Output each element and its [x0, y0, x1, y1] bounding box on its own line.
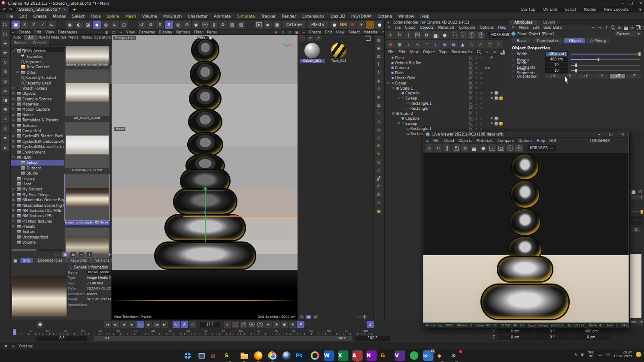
live-viewer-menu-item[interactable]: Materials [477, 139, 493, 143]
onenote-app[interactable]: N [367, 350, 377, 361]
menu-item[interactable]: File [3, 14, 16, 18]
select-tool[interactable] [1, 30, 9, 38]
excel-app[interactable]: X [338, 350, 349, 361]
keyframe-button[interactable] [36, 321, 43, 328]
cut-dropdown[interactable]: ▾ [631, 195, 643, 199]
rotate-tool[interactable] [1, 58, 9, 66]
orientation-button[interactable]: -Z [626, 74, 641, 78]
photos-app[interactable]: ▨ [211, 350, 221, 361]
cut-slider[interactable] [631, 211, 643, 212]
material-ball-button[interactable] [330, 21, 338, 29]
gear2-button[interactable] [219, 21, 227, 29]
clock-icon[interactable]: ◷ [288, 30, 291, 34]
rotation-toggle[interactable] [281, 321, 288, 328]
attribute-menu-icon[interactable] [611, 25, 615, 30]
focus-picker-button[interactable] [468, 31, 476, 39]
expander-icon[interactable]: ⊞ [12, 134, 15, 138]
material-menu-item[interactable]: Select [349, 30, 360, 34]
browser-tree-item[interactable]: ⊞ PR Misc Textures [11, 219, 64, 224]
polygons-mode-button[interactable] [84, 21, 92, 29]
phong-tag-icon[interactable]: ⚑ [489, 117, 494, 121]
axis-x-button[interactable] [21, 21, 29, 29]
browser-tree-item[interactable]: Recently Created [11, 75, 64, 80]
edit-toggle-icon[interactable]: ✎ [469, 56, 473, 60]
browser-tree-item[interactable]: ⊞ Nodes [11, 112, 64, 118]
menu-item[interactable]: INSYDIUM [348, 14, 374, 18]
material-item[interactable]: Cobalt_001 [300, 43, 325, 63]
clay-mode-button[interactable] [440, 31, 449, 39]
hamburger-icon[interactable]: ≡ [512, 25, 515, 30]
slider-handle[interactable] [575, 63, 577, 67]
live-viewer-menu-item[interactable]: GUI [549, 139, 556, 143]
file-item[interactable]: autoshop_01_8k.hdr [65, 122, 109, 173]
key-dot-icon[interactable]: ○ [512, 58, 515, 61]
octane-strip-icon[interactable] [375, 36, 383, 43]
octane-strip-icon[interactable] [375, 199, 383, 206]
add-region-button[interactable] [450, 31, 458, 39]
add-tool[interactable] [1, 39, 9, 48]
property-slider[interactable] [571, 59, 640, 60]
document-tab[interactable]: Stretch_Tutorial.c4d * × [16, 7, 69, 12]
expander-icon[interactable]: ⊞ [12, 108, 15, 111]
workplane-button[interactable] [48, 21, 56, 29]
pause-render-button[interactable] [404, 31, 413, 39]
range-start-field[interactable]: 0 F [36, 336, 87, 341]
minimize-button[interactable]: – [622, 1, 624, 6]
octane-logo-icon[interactable] [425, 144, 433, 152]
render-settings-button[interactable] [273, 21, 281, 29]
info-tab[interactable]: Keywords [67, 258, 90, 263]
section-header[interactable]: Object Properties [509, 44, 644, 51]
hamburger-icon[interactable]: ≡ [119, 30, 122, 34]
octane-strip-icon[interactable] [375, 126, 383, 133]
scene-object-row[interactable]: ⊞ ∗ Cloner ✎ : ✓ ⊕⊘ ⚑ [385, 81, 509, 86]
expander-icon[interactable]: ⊟ [12, 49, 15, 53]
expander-icon[interactable]: ⊞ [12, 124, 15, 127]
collapse-icon[interactable]: ⌄ [69, 265, 72, 269]
browser-tree-item[interactable]: ⊞ Presets [11, 224, 64, 229]
edit-toggle-icon[interactable]: ✎ [469, 76, 473, 80]
browser-tab[interactable]: Nodes [80, 35, 94, 40]
expander-icon[interactable]: ⊞ [12, 145, 15, 148]
popout-icon[interactable] [500, 50, 505, 54]
scene-ring-1[interactable] [191, 36, 219, 63]
property-slider[interactable] [571, 70, 640, 71]
phong-tag-icon[interactable]: ⚑ [489, 97, 494, 100]
octane-menu-item[interactable]: Compare [459, 25, 476, 30]
filter-icon[interactable] [492, 50, 497, 54]
octane-strip-icon[interactable] [375, 44, 383, 51]
grid-view-button[interactable] [306, 315, 311, 319]
octane-strip-icon[interactable] [375, 191, 383, 198]
enable-dots-icon[interactable]: : [474, 76, 478, 80]
rotation-field[interactable]: 0 ° [535, 329, 570, 334]
expander-icon[interactable]: ⊞ [12, 113, 15, 117]
parameter-toggle[interactable] [289, 321, 296, 328]
attribute-menu-icon[interactable] [598, 25, 602, 30]
browser-tree-item[interactable]: Legacy [11, 176, 64, 181]
menu-item[interactable]: Daz 3D [328, 14, 349, 18]
render-view[interactable] [423, 153, 629, 323]
new-tab-button[interactable]: + [73, 7, 76, 12]
camera-tag-icons[interactable]: ⊕⊘ [484, 66, 489, 70]
enabled-check-icon[interactable]: ✓ [479, 106, 483, 110]
gear-tool-button[interactable] [147, 21, 155, 29]
firefox-app[interactable] [253, 350, 264, 361]
edit-toggle-icon[interactable]: ✎ [469, 106, 473, 110]
cube-grey-button[interactable] [228, 21, 236, 29]
octane-strip-icon[interactable] [375, 101, 383, 109]
menu-item[interactable]: Mesh [122, 14, 139, 18]
next-key-button[interactable] [153, 321, 160, 328]
material-menu-item[interactable]: Create [309, 30, 321, 34]
browser-tree-item[interactable]: ⊞ NM Textures (OCTANE) [11, 208, 64, 213]
octane-logo-icon[interactable] [386, 31, 395, 39]
scene-object-row[interactable]: ⊟ ▣ State 2 ✎ : ✓ ⊕⊘ ⚑ [385, 111, 509, 116]
sort-button[interactable] [79, 252, 84, 257]
browser-tree-item[interactable]: ⊞ Objects [11, 91, 64, 96]
property-value-field[interactable]: 400 cm [545, 57, 568, 62]
axis-modify-button[interactable] [111, 21, 119, 29]
axis-y-button[interactable] [30, 21, 38, 29]
orientation-button[interactable]: +Z [610, 74, 626, 78]
enabled-check-icon[interactable]: ✓ [479, 81, 483, 85]
texture-tag-icon[interactable] [495, 122, 498, 126]
enabled-check-icon[interactable]: ✓ [479, 117, 483, 121]
octane-menu-item[interactable]: File [395, 25, 401, 30]
